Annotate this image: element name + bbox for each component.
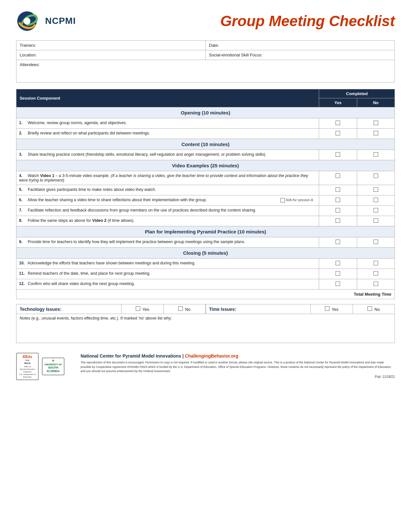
table-row: 10. Acknowledge the efforts that teacher… — [16, 259, 395, 269]
item-10-text: 10. Acknowledge the efforts that teacher… — [16, 259, 319, 269]
tech-yes-cell: Yes — [122, 304, 163, 314]
item-5-yes — [319, 185, 357, 195]
issues-row: Technology Issues: Yes No Time Issues: Y… — [16, 304, 395, 314]
checklist-table: Session Component Completed Yes No Openi… — [16, 89, 395, 299]
item-2-text: 2. Briefly review and reflect on what pa… — [16, 129, 319, 139]
footer-disclaimer: The reproduction of this document is enc… — [81, 360, 395, 374]
tech-no-cell: No — [163, 304, 205, 314]
time-issues-label: Time Issues: — [209, 307, 237, 312]
checkbox — [336, 173, 340, 178]
item-3-text: 3. Share teaching practice content (frie… — [16, 150, 319, 160]
footer-text-area: National Center for Pyramid Model Innova… — [81, 353, 395, 379]
skill-focus-cell: Social-emotional Skill Focus: — [206, 50, 395, 60]
page-title: Group Meeting Checklist — [220, 13, 395, 29]
item-4-text: 4. Watch Video 1 – a 3-5-minute video ex… — [16, 171, 319, 185]
item-7-yes — [319, 206, 357, 216]
table-row: 2. Briefly review and reflect on what pa… — [16, 129, 395, 139]
time-yes-cell: Yes — [311, 304, 353, 314]
item-1-no — [357, 118, 395, 129]
tech-no-checkbox — [178, 306, 183, 311]
na-checkbox — [280, 198, 285, 202]
time-yes-checkbox — [325, 306, 329, 311]
checkbox — [374, 208, 378, 212]
item-6-no — [357, 195, 395, 206]
time-no-label: No — [375, 307, 380, 312]
table-row: 8. Follow the same steps as above for Vi… — [16, 216, 395, 226]
checkbox — [374, 187, 378, 192]
table-row: 3. Share teaching practice content (frie… — [16, 150, 395, 160]
checkbox — [336, 121, 340, 125]
checkbox — [374, 281, 378, 286]
item-12-text: 12. Confirm who will share video during … — [16, 279, 319, 290]
org-link: ChallengingBehavior.org — [185, 353, 239, 359]
trainers-cell: Trainers: — [16, 41, 206, 50]
ncpmi-label: NCPMI — [45, 16, 76, 26]
item-2-no — [357, 129, 395, 139]
item-10-no — [357, 259, 395, 269]
usf-logo: 🌴 UNIVERSITY OF SOUTHFLORIDA — [42, 358, 64, 375]
time-label-cell: Time Issues: — [206, 304, 311, 314]
info-table: Trainers: Date: Location: Social-emotion… — [16, 40, 395, 83]
closing-label: Closing (5 minutes) — [16, 248, 395, 259]
footer: IDEAs that Work Office ofSpecial Educati… — [16, 350, 395, 380]
total-label: Total Meeting Time — [16, 290, 395, 299]
notes-label: Notes (e.g., unusual events, factors eff… — [20, 316, 172, 320]
item-11-yes — [319, 269, 357, 279]
table-row: 7. Facilitate reflection and feedback di… — [16, 206, 395, 216]
checkbox — [336, 208, 340, 212]
video-label: Video Examples (25 minutes) — [16, 160, 395, 171]
checkbox — [374, 173, 378, 178]
item-5-no — [357, 185, 395, 195]
checkbox — [374, 152, 378, 157]
no-header: No — [357, 98, 395, 107]
table-row: 9. Provide time for teachers to identify… — [16, 237, 395, 248]
checkbox — [336, 281, 340, 286]
item-1-text: 1. Welcome, review group norms, agenda, … — [16, 118, 319, 129]
table-row: 5. Facilitator gives participants time t… — [16, 185, 395, 195]
checkbox — [374, 218, 378, 223]
time-no-checkbox — [367, 306, 372, 311]
table-row: 4. Watch Video 1 – a 3-5-minute video ex… — [16, 171, 395, 185]
item-7-no — [357, 206, 395, 216]
attendees-label: Attendees: — [20, 62, 40, 67]
opening-section-header: Opening (10 minutes) — [16, 107, 395, 118]
content-section-header: Content (10 minutes) — [16, 139, 395, 150]
attendees-cell: Attendees: — [16, 60, 395, 83]
item-9-no — [357, 237, 395, 248]
location-label: Location: — [20, 53, 37, 57]
ncpmi-logo — [16, 10, 42, 32]
checkbox — [374, 261, 378, 265]
date-label: Date: — [209, 43, 219, 48]
item-11-no — [357, 269, 395, 279]
skill-focus-label: Social-emotional Skill Focus: — [209, 53, 262, 57]
table-row: 6. Allow the teacher sharing a video tim… — [16, 195, 395, 206]
notes-row: Notes (e.g., unusual events, factors eff… — [16, 314, 395, 343]
time-no-cell: No — [353, 304, 395, 314]
svg-point-1 — [24, 18, 30, 25]
item-6-yes — [319, 195, 357, 206]
checkbox — [336, 187, 340, 192]
item-6-text: 6. Allow the teacher sharing a video tim… — [16, 195, 319, 206]
tech-yes-label: Yes — [142, 307, 149, 312]
checkbox — [374, 240, 378, 244]
content-label: Content (10 minutes) — [16, 139, 395, 150]
pyramid-section-header: Plan for Implementing Pyramid Practice (… — [16, 226, 395, 237]
table-row: 12. Confirm who will share video during … — [16, 279, 395, 290]
item-4-no — [357, 171, 395, 185]
pyramid-label: Plan for Implementing Pyramid Practice (… — [16, 226, 395, 237]
yes-header: Yes — [319, 98, 357, 107]
date-cell: Date: — [206, 41, 395, 50]
item-12-yes — [319, 279, 357, 290]
trainers-label: Trainers: — [20, 43, 36, 48]
video-section-header: Video Examples (25 minutes) — [16, 160, 395, 171]
tech-yes-checkbox — [136, 306, 140, 311]
table-row: 11. Remind teachers of the date, time, a… — [16, 269, 395, 279]
completed-header: Completed — [319, 89, 395, 98]
checkbox — [336, 261, 340, 265]
opening-label: Opening (10 minutes) — [16, 107, 395, 118]
checkbox — [374, 198, 378, 202]
checkbox — [336, 152, 340, 157]
item-5-text: 5. Facilitator gives participants time t… — [16, 185, 319, 195]
item-8-no — [357, 216, 395, 226]
checkbox — [336, 271, 340, 276]
